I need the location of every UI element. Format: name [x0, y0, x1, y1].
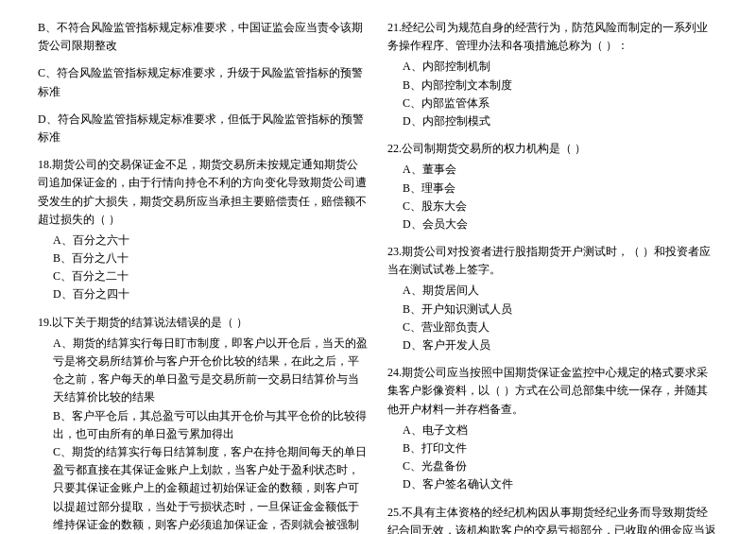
two-column-layout: B、不符合风险监管指标规定标准要求，中国证监会应当责令该期货公司限期整改C、符合…: [38, 19, 718, 534]
option: B、客户平仓后，其总盈亏可以由其开仓价与其平仓价的比较得出，也可由所有的单日盈亏…: [38, 407, 369, 443]
question-block: 25.不具有主体资格的经纪机构因从事期货经纪业务而导致期货经纪合同无效，该机构欺…: [387, 504, 718, 535]
option: B、打印文件: [387, 439, 718, 457]
option: A、期货的结算实行每日盯市制度，即客户以开仓后，当天的盈亏是将交易所结算价与客户…: [38, 335, 369, 407]
option: B、开户知识测试人员: [387, 301, 718, 319]
option: A、电子文档: [387, 422, 718, 439]
option: A、内部控制机制: [387, 58, 718, 76]
option: D、会员大会: [387, 215, 718, 233]
question-block: 19.以下关于期货的结算说法错误的是（ ）A、期货的结算实行每日盯市制度，即客户…: [38, 314, 369, 534]
question-block: 22.公司制期货交易所的权力机构是（ ）A、董事会B、理事会C、股东大会D、会员…: [387, 140, 718, 233]
option: B、百分之八十: [38, 250, 369, 267]
question-text: 24.期货公司应当按照中国期货保证金监控中心规定的格式要求采集客户影像资料，以（…: [387, 364, 718, 419]
question-block: 23.期货公司对投资者进行股指期货开户测试时，（ ）和投资者应当在测试试卷上签字…: [387, 243, 718, 354]
standalone-option: B、不符合风险监管指标规定标准要求，中国证监会应当责令该期货公司限期整改: [38, 19, 369, 55]
right-column: 21.经纪公司为规范自身的经营行为，防范风险而制定的一系列业务操作程序、管理办法…: [387, 19, 718, 534]
option: B、理事会: [387, 180, 718, 198]
standalone-option: C、符合风险监管指标规定标准要求，升级于风险监管指标的预警标准: [38, 64, 369, 100]
question-block: 18.期货公司的交易保证金不足，期货交易所未按规定通知期货公司追加保证金的，由于…: [38, 156, 369, 304]
option: D、客户签名确认文件: [387, 475, 718, 493]
question-text: 18.期货公司的交易保证金不足，期货交易所未按规定通知期货公司追加保证金的，由于…: [38, 156, 369, 229]
option: C、光盘备份: [387, 457, 718, 475]
option: C、期货的结算实行每日结算制度，客户在持仓期间每天的单日盈亏都直接在其保证金账户…: [38, 443, 369, 534]
option: A、董事会: [387, 161, 718, 179]
left-column: B、不符合风险监管指标规定标准要求，中国证监会应当责令该期货公司限期整改C、符合…: [38, 19, 369, 534]
option: C、营业部负责人: [387, 319, 718, 336]
option: C、股东大会: [387, 198, 718, 215]
question-block: 21.经纪公司为规范自身的经营行为，防范风险而制定的一系列业务操作程序、管理办法…: [387, 19, 718, 130]
option: D、客户开发人员: [387, 336, 718, 354]
option-text: B、不符合风险监管指标规定标准要求，中国证监会应当责令该期货公司限期整改: [38, 21, 363, 52]
option: D、百分之四十: [38, 285, 369, 303]
question-text: 21.经纪公司为规范自身的经营行为，防范风险而制定的一系列业务操作程序、管理办法…: [387, 19, 718, 55]
option: D、内部控制模式: [387, 112, 718, 130]
question-text: 25.不具有主体资格的经纪机构因从事期货经纪业务而导致期货经纪合同无效，该机构欺…: [387, 504, 718, 535]
page: B、不符合风险监管指标规定标准要求，中国证监会应当责令该期货公司限期整改C、符合…: [0, 0, 756, 534]
question-text: 23.期货公司对投资者进行股指期货开户测试时，（ ）和投资者应当在测试试卷上签字…: [387, 243, 718, 279]
option: C、内部监管体系: [387, 95, 718, 112]
option-text: C、符合风险监管指标规定标准要求，升级于风险监管指标的预警标准: [38, 66, 363, 97]
question-block: 24.期货公司应当按照中国期货保证金监控中心规定的格式要求采集客户影像资料，以（…: [387, 364, 718, 493]
option: A、期货居间人: [387, 282, 718, 300]
question-text: 19.以下关于期货的结算说法错误的是（ ）: [38, 314, 369, 332]
option: A、百分之六十: [38, 232, 369, 250]
standalone-option: D、符合风险监管指标规定标准要求，但低于风险监管指标的预警标准: [38, 111, 369, 146]
option: C、百分之二十: [38, 267, 369, 285]
option: B、内部控制文本制度: [387, 77, 718, 95]
option-text: D、符合风险监管指标规定标准要求，但低于风险监管指标的预警标准: [38, 112, 364, 144]
question-text: 22.公司制期货交易所的权力机构是（ ）: [387, 140, 718, 158]
